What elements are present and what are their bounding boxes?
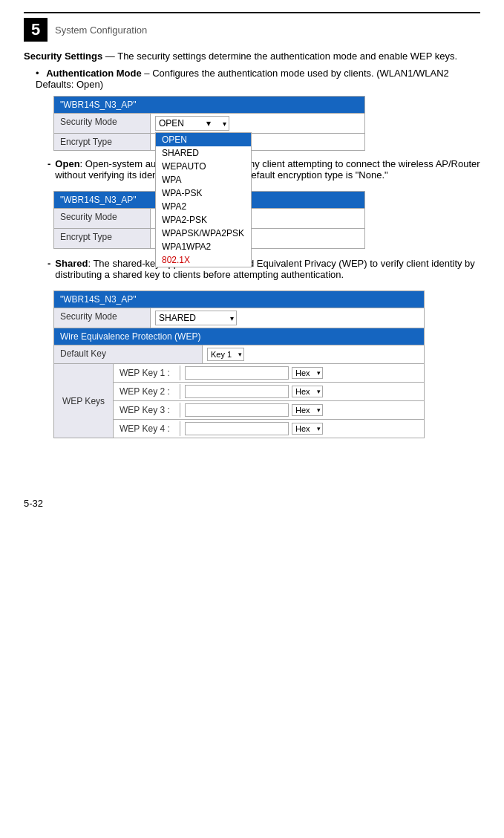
table1-row-security: Security Mode OPEN ▾ OPEN SHARED WEPAUTO… [54,113,364,133]
auth-mode-bullet: Authentication Mode – Configures the aut… [36,68,480,90]
wep-default-key-row: Default Key Key 1 ▾ [54,345,424,363]
dropdown-item-wpa2psk[interactable]: WPA2-PSK [156,213,251,227]
wep-key2-value[interactable]: Hex ▾ [180,383,424,400]
wep-key3-value[interactable]: Hex ▾ [180,401,424,419]
section-intro: Security Settings — The security setting… [24,51,480,62]
wep-key2-input[interactable] [185,385,289,398]
wep-key1-input[interactable] [185,366,289,380]
wep-key2-row: WEP Key 2 : Hex ▾ [114,383,424,401]
chapter-header: 5 System Configuration [24,12,480,42]
wep-key1-type[interactable]: Hex ▾ [292,367,323,379]
table2-encrypt-label: Encrypt Type [54,229,151,248]
wep-keys-row: WEP Keys WEP Key 1 : Hex ▾ WEP Key 2 : [54,363,424,438]
dropdown-item-shared[interactable]: SHARED [156,146,251,160]
wep-key4-row: WEP Key 4 : Hex ▾ [114,420,424,438]
dash-text-open: Open: Open-system authentication accepts… [55,158,480,181]
table3-header: "WBR14S_N3_AP" [54,291,424,308]
wep-key4-type[interactable]: Hex ▾ [292,423,323,435]
dropdown-item-open[interactable]: OPEN [156,133,251,146]
dash-open: - Open: Open-system authentication accep… [48,158,480,181]
wep-key1-value[interactable]: Hex ▾ [180,364,424,382]
dropdown-item-8021x[interactable]: 802.1X [156,253,251,267]
encrypt-type-label: Encrypt Type [54,134,151,150]
dropdown-item-wpa[interactable]: WPA [156,173,251,186]
wep-section: Wire Equivalence Protection (WEP) Defaul… [53,328,425,438]
dropdown-item-wpapsk-wpa2psk[interactable]: WPAPSK/WPA2PSK [156,227,251,240]
security-mode-dropdown[interactable]: OPEN ▾ OPEN SHARED WEPAUTO WPA WPA-PSK W… [155,116,229,131]
table1-header: "WBR14S_N3_AP" [54,97,364,113]
dash-sym-2: - [48,258,50,280]
dropdown-item-wpa1wpa2[interactable]: WPA1WPA2 [156,240,251,253]
wep-key4-input[interactable] [185,422,289,435]
wep-key1-label: WEP Key 1 : [114,366,180,380]
wep-default-key-label: Default Key [54,345,203,363]
wep-header: Wire Equivalence Protection (WEP) [54,328,424,345]
dropdown-item-wpa2[interactable]: WPA2 [156,200,251,213]
table2-security-label: Security Mode [54,209,151,228]
wep-key2-type[interactable]: Hex ▾ [292,386,323,397]
wep-keys-label: WEP Keys [54,364,114,438]
wep-key4-label: WEP Key 4 : [114,421,180,436]
dash-text-shared: Shared: The shared-key approach uses Wir… [55,258,480,280]
security-mode-value[interactable]: OPEN ▾ OPEN SHARED WEPAUTO WPA WPA-PSK W… [151,114,364,133]
chapter-title: System Configuration [55,25,147,36]
table3-security-label: Security Mode [54,308,151,328]
table3-security-select[interactable]: SHARED ▾ [155,311,237,325]
wep-key1-row: WEP Key 1 : Hex ▾ [114,364,424,383]
wep-default-key-value[interactable]: Key 1 ▾ [203,345,424,363]
table3-container: "WBR14S_N3_AP" Security Mode SHARED ▾ [53,290,425,328]
dropdown-item-wpapsk[interactable]: WPA-PSK [156,186,251,200]
auth-mode-label: Authentication Mode [46,68,142,79]
wep-key3-type[interactable]: Hex ▾ [292,404,323,416]
dropdown-item-wepauto[interactable]: WEPAUTO [156,160,251,173]
table3-row-security: Security Mode SHARED ▾ [54,308,424,328]
table1-container: "WBR14S_N3_AP" Security Mode OPEN ▾ OPEN… [53,96,365,151]
wep-key4-value[interactable]: Hex ▾ [180,420,424,438]
wep-key3-row: WEP Key 3 : Hex ▾ [114,401,424,420]
wep-keys-block: WEP Key 1 : Hex ▾ WEP Key 2 : Hex ▾ [114,364,424,438]
security-mode-label: Security Mode [54,114,151,133]
security-mode-dropdown-list[interactable]: OPEN SHARED WEPAUTO WPA WPA-PSK WPA2 WPA… [155,132,252,267]
page-number: 5-32 [24,498,480,509]
dash-sym-1: - [48,158,50,181]
chapter-number: 5 [24,18,48,42]
wep-default-key-select[interactable]: Key 1 ▾ [207,348,244,361]
wep-key3-input[interactable] [185,403,289,417]
wep-key2-label: WEP Key 2 : [114,384,180,399]
security-mode-select[interactable]: OPEN ▾ [155,116,229,131]
table3-security-value[interactable]: SHARED ▾ [151,308,424,328]
wep-key3-label: WEP Key 3 : [114,403,180,418]
dash-shared: - Shared: The shared-key approach uses W… [48,258,480,280]
